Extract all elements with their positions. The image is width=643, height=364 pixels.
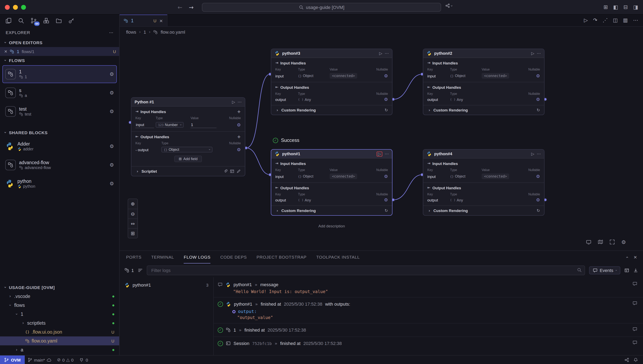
tab-ports[interactable]: PORTS [126, 251, 142, 264]
log-row-finished-node[interactable]: ✓ python#1 » finished at 2025/5/30 17:52… [214, 300, 643, 308]
flow-node-python2[interactable]: python#2 ▷ ⋯ ⇥Input Handles KeyTypeValue… [423, 49, 544, 115]
forward-button[interactable]: → [189, 4, 194, 10]
keys-icon[interactable] [68, 18, 74, 24]
fit-view-button[interactable]: ⇔ [128, 218, 138, 228]
scriptlet-row[interactable]: › Scriptlet [131, 166, 245, 176]
run-node-icon[interactable]: ▷ [232, 100, 235, 104]
tab-terminal[interactable]: TERMINAL [151, 251, 174, 264]
breadcrumb-flows[interactable]: flows [126, 30, 136, 34]
toggle-sidebar-icon[interactable]: ◧ [613, 4, 618, 10]
tree-item-flows[interactable]: › flows [0, 301, 119, 310]
node-header[interactable]: python#4 ▷ ⋯ [423, 150, 544, 158]
custom-rendering-row[interactable]: › Custom Rendering ↻ [423, 206, 544, 215]
comment-icon[interactable] [632, 301, 637, 306]
flows-activity-icon[interactable]: 44 [30, 18, 37, 24]
flow-item-1[interactable]: 1 1 ⚙ [2, 65, 117, 83]
gear-icon[interactable]: ⚙ [110, 144, 114, 149]
add-handle-icon[interactable]: + [237, 134, 241, 139]
custom-rendering-row[interactable]: › Custom Rendering ↻ [271, 206, 392, 215]
grid-layout-button[interactable]: ⊞ [128, 228, 138, 238]
refresh-icon[interactable]: ↻ [536, 108, 540, 112]
node-more-icon[interactable]: ⋯ [238, 100, 242, 104]
flow-node-python-1-main[interactable]: Python #1 ▷ ⋯ ⇥Input Handles+ KeyTypeVal… [131, 97, 245, 176]
run-node-icon[interactable]: ▷ [531, 51, 534, 55]
more-actions-icon[interactable]: ⋯ [633, 18, 638, 23]
handle-settings-icon[interactable]: ⚙ [384, 74, 388, 78]
git-branch-status[interactable]: main* [25, 356, 54, 364]
open-editors-header[interactable]: › OPEN EDITORS [0, 38, 119, 47]
table-icon[interactable] [230, 169, 234, 174]
tab-code-deps[interactable]: CODE DEPS [220, 251, 247, 264]
gear-icon[interactable]: ⚙ [110, 90, 114, 95]
ports-status[interactable]: 0 [76, 356, 91, 364]
flow-node-python4[interactable]: python#4 ▷ ⋯ ⇥Input Handles KeyTypeValue… [423, 149, 544, 216]
gear-icon[interactable]: ⚙ [110, 181, 114, 186]
handle-settings-icon[interactable]: ⚙ [237, 147, 241, 152]
log-row-message[interactable]: python#1 » message [214, 280, 643, 288]
value-input[interactable]: 1 [190, 122, 216, 128]
gear-icon[interactable]: ⚙ [110, 162, 114, 168]
node-header[interactable]: python#2 ▷ ⋯ [423, 49, 544, 58]
maximize-panel-icon[interactable]: › [624, 256, 629, 258]
refresh-icon[interactable]: ↻ [384, 208, 388, 212]
tree-item-scriptlets[interactable]: › scriptlets [0, 318, 119, 328]
extensions-icon[interactable] [43, 18, 50, 24]
comment-icon[interactable] [632, 281, 637, 287]
type-select[interactable]: {}Object› [161, 147, 212, 152]
workspace-header[interactable]: › USAGE-GUIDE [OVM] [0, 283, 119, 292]
split-editor-icon[interactable]: ◫ [613, 18, 618, 23]
tab-flow-1[interactable]: 1 U × [120, 14, 168, 26]
remote-indicator-ovm[interactable]: OVM [0, 356, 25, 364]
tree-item-a[interactable]: › a [0, 345, 119, 354]
type-select[interactable]: 123Number› [156, 122, 184, 128]
tree-item-flow-oo-yaml[interactable]: flow.oo.yaml U [0, 336, 119, 345]
add-description-button[interactable]: Add description [311, 224, 352, 228]
explorer-icon[interactable] [5, 18, 12, 24]
tree-item-vscode[interactable]: › .vscode [0, 292, 119, 301]
rerun-icon[interactable]: ↷ [593, 18, 598, 23]
breadcrumb-file[interactable]: flow.oo.yaml [160, 30, 185, 34]
comment-icon[interactable] [632, 327, 637, 332]
screen-icon[interactable] [586, 239, 592, 245]
shared-block-adder[interactable]: Adder adder ⚙ [2, 138, 117, 155]
shared-block-python[interactable]: python python ⚙ [2, 175, 117, 192]
gear-icon[interactable]: ⚙ [110, 109, 114, 114]
run-node-highlight[interactable]: ▷ [377, 152, 382, 156]
handle-settings-icon[interactable]: ⚙ [536, 198, 540, 202]
flow-node-python3[interactable]: python#3 ▷ ⋯ ⇥Input Handles KeyTypeValue… [271, 49, 392, 115]
more-actions-icon[interactable]: ⋯ [109, 30, 114, 35]
zoom-out-button[interactable]: ⊖ [128, 209, 138, 218]
command-center-search[interactable]: usage-guide [OVM] [202, 3, 441, 12]
handle-settings-icon[interactable]: ⚙ [536, 174, 540, 178]
node-more-icon[interactable]: ⋯ [537, 51, 541, 55]
tree-item-flow-ui-json[interactable]: {} .flow.ui.oo.json U [0, 328, 119, 336]
open-editor-item[interactable]: × 1 flows/1 U [0, 47, 119, 56]
node-more-icon[interactable]: ⋯ [537, 152, 541, 156]
problems-status[interactable]: ⊘ 0 △ 0 [54, 356, 76, 364]
minimap-icon[interactable] [598, 239, 604, 245]
share-icon[interactable] [624, 357, 629, 362]
attachment-icon[interactable] [224, 169, 228, 174]
flow-canvas[interactable]: Python #1 ▷ ⋯ ⇥Input Handles+ KeyTypeVal… [120, 37, 643, 250]
run-node-icon[interactable]: ▷ [378, 152, 381, 156]
run-node-icon[interactable]: ▷ [531, 152, 534, 156]
events-dropdown[interactable]: Events › [589, 266, 620, 274]
flow-item-test[interactable]: test test ⚙ [2, 102, 117, 120]
export-logs-icon[interactable] [633, 268, 638, 273]
debug-icon[interactable]: ⋰ [603, 18, 608, 23]
shared-blocks-header[interactable]: › SHARED BLOCKS [0, 128, 119, 137]
close-icon[interactable]: × [4, 50, 8, 54]
shared-block-advanced-flow[interactable]: advanced-flow advanced-flow ⚙ [2, 156, 117, 174]
run-node-icon[interactable]: ▷ [379, 51, 382, 55]
tree-item-1[interactable]: › 1 [0, 310, 119, 318]
folder-icon[interactable] [56, 18, 62, 24]
node-header[interactable]: Python #1 ▷ ⋯ [131, 98, 245, 106]
add-handle-icon[interactable]: + [237, 110, 241, 114]
handle-settings-icon[interactable]: ⚙ [536, 74, 540, 78]
maximize-window-button[interactable] [21, 5, 26, 10]
table-view-icon[interactable] [624, 268, 629, 273]
handle-settings-icon[interactable]: ⚙ [536, 97, 540, 102]
node-header[interactable]: python#1 ▷ ⋯ [271, 150, 392, 158]
minimize-window-button[interactable] [13, 5, 18, 10]
zoom-in-button[interactable]: ⊕ [128, 199, 138, 209]
